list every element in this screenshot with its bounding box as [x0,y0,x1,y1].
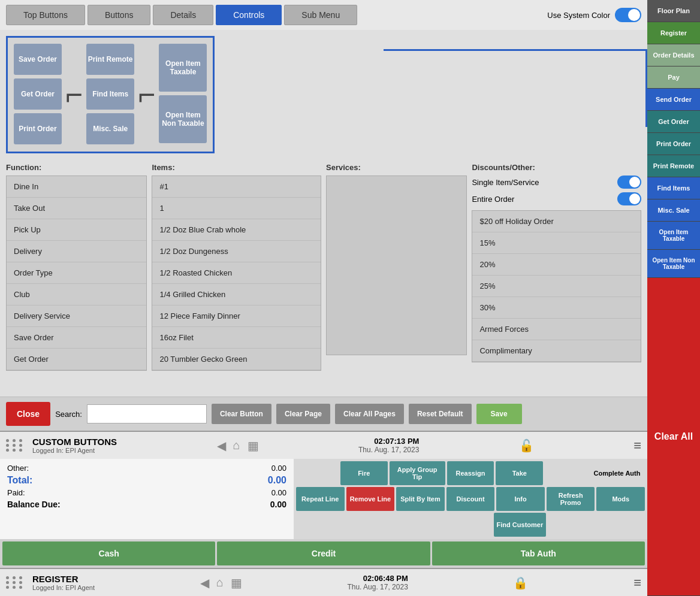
list-item[interactable]: #1 [152,176,321,198]
entire-order-toggle[interactable] [617,192,641,205]
pay-sidebar-btn[interactable]: Pay [647,66,700,89]
config-area: Save Order Get Order Print Order ⌐ Print… [0,30,647,159]
single-item-toggle[interactable] [617,176,641,189]
register-icons: ◀ ⌂ ▦ [200,576,242,590]
save-btn[interactable]: Save [476,404,522,424]
list-item[interactable]: Order Type [7,262,146,284]
list-item[interactable]: 12 Piece Family Dinner [152,305,321,327]
reset-default-btn[interactable]: Reset Default [409,404,472,424]
open-item-taxable-btn[interactable]: Open Item Taxable [159,44,207,92]
fire-btn[interactable]: Fire [340,461,388,485]
register-time: 02:06:48 PM [347,574,408,583]
clear-button-btn[interactable]: Clear Button [212,404,271,424]
clear-page-btn[interactable]: Clear Page [276,404,330,424]
print-remote-sidebar-btn[interactable]: Print Remote [647,155,700,177]
list-item[interactable]: Take Out [7,198,146,219]
list-item[interactable]: Complimentary [472,340,641,362]
other-row: Other: 0.00 [7,462,286,474]
balance-value: 0.00 [270,500,286,509]
register-pos-icon[interactable]: ▦ [231,576,242,590]
list-item[interactable]: 1/2 Doz Blue Crab whole [152,219,321,241]
list-item[interactable]: 16oz Filet [152,327,321,349]
register-sidebar-btn[interactable]: Register [647,22,700,44]
pos-custom-bar: CUSTOM BUTTONS Logged In: EPI Agent ◀ ⌂ … [0,431,647,459]
apply-group-tip-btn[interactable]: Apply Group Tip [390,461,445,485]
refresh-promo-btn[interactable]: Refresh Promo [547,487,595,511]
print-order-btn[interactable]: Print Order [14,113,62,144]
register-menu-icon[interactable]: ≡ [633,575,641,591]
list-item[interactable]: Club [7,284,146,305]
lock-icon[interactable]: 🔓 [519,438,534,453]
save-order-btn[interactable]: Save Order [14,44,62,75]
split-by-item-btn[interactable]: Split By Item [396,487,445,511]
complete-auth-btn[interactable]: Complete Auth [589,461,645,485]
list-item[interactable]: 30% [472,297,641,319]
credit-btn[interactable]: Credit [217,541,430,565]
list-item[interactable]: 20% [472,254,641,276]
open-item-non-taxable-sidebar-btn[interactable]: Open Item Non Taxable [647,250,700,278]
get-order-sidebar-btn[interactable]: Get Order [647,111,700,133]
sections-row: Function: Dine In Take Out Pick Up Deliv… [0,159,647,397]
list-item[interactable]: 25% [472,276,641,297]
send-order-sidebar-btn[interactable]: Send Order [647,89,700,111]
misc-sale-btn[interactable]: Misc. Sale [86,113,134,144]
list-item[interactable]: Armed Forces [472,319,641,340]
mods-btn[interactable]: Mods [596,487,645,511]
list-item[interactable]: Dine In [7,176,146,198]
open-item-taxable-sidebar-btn[interactable]: Open Item Taxable [647,222,700,250]
tab-top-buttons[interactable]: Top Buttons [6,5,85,25]
register-icon[interactable]: ▦ [248,438,259,453]
register-back-icon[interactable]: ◀ [200,576,209,590]
back-icon[interactable]: ◀ [217,438,226,453]
tab-buttons[interactable]: Buttons [88,5,150,25]
list-item[interactable]: $20 off Holiday Order [472,211,641,232]
list-item[interactable]: Get Order [7,349,146,370]
find-items-sidebar-btn[interactable]: Find Items [647,177,700,199]
take-btn[interactable]: Take [496,461,543,485]
list-item[interactable]: Delivery Service [7,305,146,327]
repeat-line-btn[interactable]: Repeat Line [296,487,345,511]
home-icon[interactable]: ⌂ [233,438,240,452]
tab-auth-btn[interactable]: Tab Auth [432,541,645,565]
hamburger-icon[interactable] [6,439,24,452]
misc-sale-sidebar-btn[interactable]: Misc. Sale [647,199,700,222]
search-input[interactable] [87,404,207,423]
list-item[interactable]: 1/4 Grilled Chicken [152,284,321,305]
total-row: Total: 0.00 [7,474,286,487]
find-items-btn[interactable]: Find Items [86,78,134,110]
tab-sub-menu[interactable]: Sub Menu [284,5,357,25]
list-item[interactable]: Save Order [7,327,146,349]
cash-btn[interactable]: Cash [2,541,215,565]
floor-plan-btn[interactable]: Floor Plan [647,0,700,22]
list-item[interactable]: 20 Tumbler Gecko Green [152,349,321,370]
register-lock-icon[interactable]: 🔒 [513,576,528,590]
clear-all-pages-btn[interactable]: Clear All Pages [335,404,404,424]
discount-btn[interactable]: Discount [446,487,495,511]
find-customer-btn[interactable]: Find Customer [494,513,546,537]
pos-custom-title: CUSTOM BUTTONS [32,437,117,447]
menu-icon[interactable]: ≡ [633,438,641,453]
list-item[interactable]: 1/2 Roasted Chicken [152,262,321,284]
register-home-icon[interactable]: ⌂ [216,576,224,589]
remove-line-btn[interactable]: Remove Line [346,487,395,511]
list-item[interactable]: 1 [152,198,321,219]
use-system-color-toggle[interactable] [615,8,641,22]
open-item-non-taxable-btn[interactable]: Open Item Non Taxable [159,95,207,143]
get-order-btn[interactable]: Get Order [14,78,62,110]
list-item[interactable]: 15% [472,232,641,254]
list-item[interactable]: Pick Up [7,219,146,241]
services-list [326,176,467,355]
tab-controls[interactable]: Controls [216,5,282,25]
close-button[interactable]: Close [6,402,50,426]
print-order-sidebar-btn[interactable]: Print Order [647,133,700,155]
order-details-sidebar-btn[interactable]: Order Details [647,44,700,66]
print-remote-btn[interactable]: Print Remote [86,44,134,75]
list-item[interactable]: 1/2 Doz Dungeness [152,241,321,262]
entire-order-label: Entire Order [472,195,514,204]
tab-details[interactable]: Details [153,5,213,25]
list-item[interactable]: Delivery [7,241,146,262]
register-hamburger-icon[interactable] [6,576,24,589]
clear-all-sidebar-btn[interactable]: Clear All [647,278,700,596]
reassign-btn[interactable]: Reassign [447,461,494,485]
info-btn[interactable]: Info [496,487,545,511]
